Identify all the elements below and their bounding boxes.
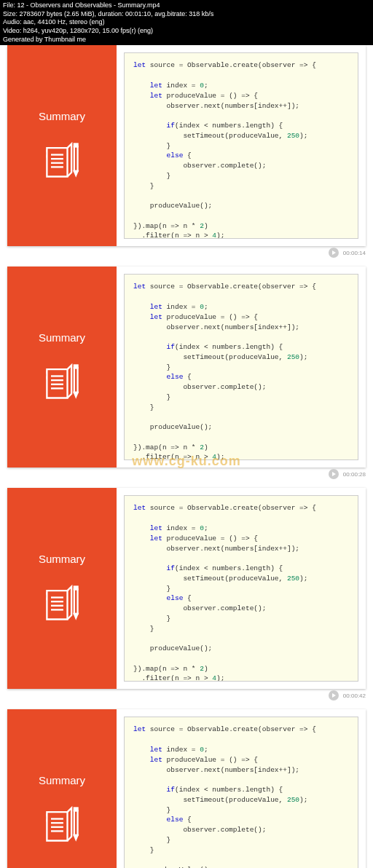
slide-title: Summary: [39, 553, 85, 565]
thumbnail-footer: 00:00:42: [0, 689, 373, 703]
thumbnail-footer: 00:00:28: [0, 467, 373, 482]
video-metadata-header: File: 12 - Observers and Observables - S…: [0, 0, 373, 45]
notes-icon: [40, 360, 84, 403]
code-block: let source = Observable.create(observer …: [124, 52, 358, 239]
timestamp-label: 00:00:42: [343, 693, 366, 699]
code-block: let source = Observable.create(observer …: [124, 495, 358, 682]
svg-rect-11: [74, 365, 78, 368]
thumbnail-footer: 00:00:14: [0, 246, 373, 261]
svg-rect-22: [74, 810, 78, 835]
play-icon[interactable]: [329, 469, 339, 479]
thumbnail-grid: Summary let source = Observable.create(o…: [0, 45, 373, 868]
slide-left-panel: Summary: [7, 45, 117, 246]
svg-rect-4: [74, 146, 78, 171]
meta-line-video: Video: h264, yuv420p, 1280x720, 15.00 fp…: [3, 27, 370, 36]
thumbnail-frame[interactable]: Summary let source = Observable.create(o…: [7, 488, 366, 689]
thumbnail-row: Summary let source = Observable.create(o…: [0, 45, 373, 261]
code-block: let source = Observable.create(observer …: [124, 717, 358, 868]
meta-line-generator: Generated by Thumbnail me: [3, 36, 370, 44]
slide-right-panel: let source = Observable.create(observer …: [117, 709, 366, 868]
svg-rect-17: [74, 586, 78, 589]
thumbnail-frame[interactable]: Summary let source = Observable.create(o…: [7, 267, 366, 467]
slide-title: Summary: [39, 774, 85, 786]
slide-title: Summary: [39, 110, 85, 122]
notes-icon: [40, 581, 84, 625]
slide-left-panel: Summary: [7, 267, 117, 467]
thumbnail-row: Summary let source = Observable.create(o…: [0, 709, 373, 868]
notes-icon: [40, 138, 84, 182]
slide-left-panel: Summary: [7, 488, 117, 689]
thumbnail-row: Summary let source = Observable.create(o…: [0, 488, 373, 703]
thumbnail-frame[interactable]: Summary let source = Observable.create(o…: [7, 709, 366, 868]
thumbnail-row: Summary let source = Observable.create(o…: [0, 267, 373, 482]
meta-line-file: File: 12 - Observers and Observables - S…: [3, 1, 370, 10]
meta-line-audio: Audio: aac, 44100 Hz, stereo (eng): [3, 18, 370, 27]
code-block: let source = Observable.create(observer …: [124, 274, 358, 460]
svg-rect-5: [74, 143, 78, 146]
timestamp-label: 00:00:14: [343, 250, 366, 256]
svg-rect-16: [74, 589, 78, 614]
notes-icon: [40, 802, 84, 846]
slide-right-panel: let source = Observable.create(observer …: [117, 45, 366, 246]
timestamp-label: 00:00:28: [343, 471, 366, 478]
play-icon[interactable]: [329, 690, 339, 701]
thumbnail-frame[interactable]: Summary let source = Observable.create(o…: [7, 45, 366, 246]
meta-line-size: Size: 2783607 bytes (2.65 MiB), duration…: [3, 10, 370, 19]
svg-rect-10: [74, 368, 78, 392]
slide-right-panel: let source = Observable.create(observer …: [117, 267, 366, 467]
svg-rect-23: [74, 808, 78, 810]
slide-right-panel: let source = Observable.create(observer …: [117, 488, 366, 689]
play-icon[interactable]: [329, 248, 339, 258]
slide-title: Summary: [39, 331, 85, 344]
slide-left-panel: Summary: [7, 709, 117, 868]
